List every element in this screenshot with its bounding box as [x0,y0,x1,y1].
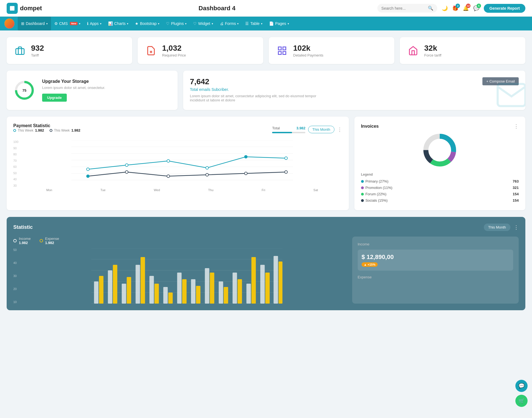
forum-dot [361,193,364,196]
primary-dot [361,180,364,183]
expense-legend-dot [40,239,43,242]
svg-rect-56 [205,268,209,304]
income-label: Income [19,237,31,241]
svg-rect-41 [99,276,103,304]
svg-rect-63 [251,257,256,304]
widget-icon: ♡ [193,21,197,26]
nav-label-widget: Widget [198,21,210,26]
logo[interactable]: dompet [7,3,57,14]
middle-row: 75 Upgrade Your Storage Lorem ipsum dolo… [7,71,525,110]
forum-label: Forum (22%) [365,192,387,196]
statistic-more-button[interactable]: ⋮ [514,224,519,230]
gift-badge: 2 [456,4,460,8]
payment-chart-title: Payment Statistic [13,123,80,128]
svg-point-24 [125,171,128,173]
arrow-up-icon: ▲ [364,263,367,266]
sidebar-item-cms[interactable]: ⚙ CMS New ▾ [51,17,84,30]
email-card-header: 7,642 Total emails Subcriber. + Compose … [190,77,519,92]
sidebar-item-plugins[interactable]: ♡ Plugins ▾ [163,17,190,30]
force-tariff-label: Force tariff [424,53,441,57]
legend-this-week-1: This Week 1.982 [13,128,44,132]
svg-rect-43 [113,265,117,304]
sidebar-item-forms[interactable]: 🖨 Forms ▾ [216,17,242,30]
sidebar-item-charts[interactable]: 📊 Charts ▾ [105,17,132,30]
gift-icon[interactable]: 🎁 2 [452,5,458,11]
more-options-button[interactable]: ⋮ [337,127,342,133]
svg-rect-7 [283,52,286,55]
sidebar-item-pages[interactable]: 📄 Pages ▾ [266,17,292,30]
tariff-value: 932 [31,44,44,53]
svg-rect-64 [260,265,265,304]
chat-icon[interactable]: 💬 5 [473,5,479,11]
bar-chart-svg [13,248,347,304]
statistic-month-button[interactable]: This Month [484,224,510,231]
expense-label: Expense [45,237,59,241]
legend-this-week-2: This Week 1.982 [50,128,80,132]
search-box[interactable]: 🔍 [377,4,437,12]
statistic-legend: Income 1.982 Expense 1.982 [13,237,347,245]
generate-report-button[interactable]: Generate Report [484,4,525,13]
nav-label-apps: Apps [90,21,99,26]
chat-support-button[interactable]: 💬 [515,380,528,392]
forms-icon: 🖨 [220,21,224,26]
expense-panel-label: Expense [358,275,513,279]
svg-rect-6 [278,52,282,55]
statistic-controls: This Month ⋮ [484,224,519,231]
svg-rect-53 [182,279,186,304]
forum-value: 154 [513,192,519,196]
nav-label-table: Table [250,21,259,26]
expense-legend-value: 1.982 [45,241,59,245]
nav-label-charts: Charts [114,21,126,26]
total-value: 3.982 [296,126,306,130]
legend-val-2: 1.982 [71,128,80,132]
theme-toggle[interactable]: 🌙 [442,5,448,11]
promotion-label: Promotion (11%) [365,186,393,190]
sidebar-item-bootstrap[interactable]: ★ Bootstrap ▾ [132,17,163,30]
email-description: Lorem ipsum dolor sit amet, consectetur … [190,94,328,102]
bar-chart-container: Income 1.982 Expense 1.982 50 [13,237,347,304]
invoices-more-button[interactable]: ⋮ [514,123,519,129]
cart-button[interactable]: 🛒 [515,395,528,407]
table-icon: ☰ [245,21,249,26]
inv-legend-socials: Socials (15%) 154 [361,197,519,204]
income-amount: $ 12,890,00 [362,253,509,261]
chat-badge: 5 [477,4,481,8]
force-tariff-value: 32k [424,44,441,53]
payment-statistic-card: Payment Statistic This Week 1.982 This W… [7,117,349,210]
email-bg-icon [495,78,525,110]
sidebar-item-apps[interactable]: ℹ Apps ▾ [84,17,105,30]
total-row: Total 3.982 [272,126,305,130]
socials-label: Socials (15%) [365,198,388,202]
y-axis-labels: 100 90 80 70 60 50 40 30 [13,140,18,187]
search-input[interactable] [381,6,426,11]
nav-label-cms: CMS [59,21,68,26]
chevron-down-icon-apps: ▾ [100,22,101,25]
nav-label-pages: Pages [275,21,286,26]
sidebar-item-dashboard[interactable]: ⊞ Dashboard ▾ [18,17,51,30]
sidebar-item-widget[interactable]: ♡ Widget ▾ [190,17,216,30]
storage-donut: 75 [13,79,35,101]
chevron-down-icon-cms: ▾ [79,22,80,25]
support-icons: 💬 🛒 [515,380,528,407]
bell-icon[interactable]: 🔔 12 [463,5,469,11]
line-chart-svg [22,140,342,187]
storage-card: 75 Upgrade Your Storage Lorem ipsum dolo… [7,71,178,110]
total-label: Total [272,126,280,130]
charts-row: Payment Statistic This Week 1.982 This W… [7,117,525,210]
svg-rect-66 [273,256,278,304]
this-month-button[interactable]: This Month [308,126,334,133]
socials-value: 154 [513,198,519,202]
line-chart-wrapper: 100 90 80 70 60 50 40 30 [13,140,342,192]
main-content: 932 Tariff 1,032 Required Price 102k Det… [0,30,532,317]
payment-chart-left: Payment Statistic This Week 1.982 This W… [13,123,80,136]
svg-rect-49 [154,284,159,304]
svg-rect-61 [237,279,242,304]
required-price-value: 1,032 [162,44,186,53]
statistic-title: Statistic [13,224,33,230]
storage-description: Lorem ipsum dolor sit amet, onsectetur. [42,86,105,90]
primary-label: Primary (27%) [365,179,388,183]
upgrade-button[interactable]: Upgrade [42,94,67,102]
stat-card-tariff: 932 Tariff [7,37,132,64]
payment-chart-header: Payment Statistic This Week 1.982 This W… [13,123,342,136]
sidebar-item-table[interactable]: ☰ Table ▾ [242,17,265,30]
